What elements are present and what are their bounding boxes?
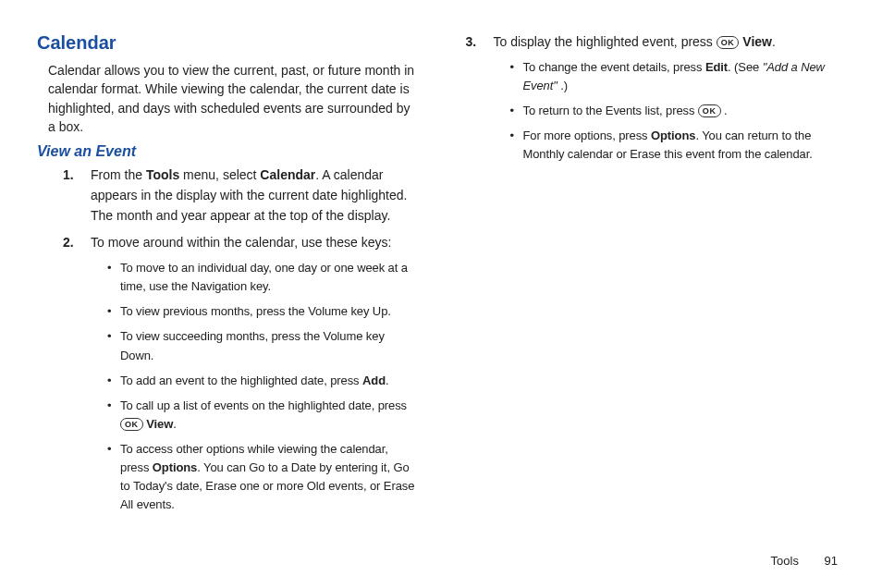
bullet-text: To call up a list of events on the highl…: [120, 398, 407, 412]
step-text: .: [772, 34, 776, 49]
intro-paragraph: Calendar allows you to view the current,…: [48, 61, 421, 136]
step-text: To move around within the calendar, use …: [91, 235, 391, 250]
ok-icon: OK: [717, 36, 740, 49]
step-1: 1. From the Tools menu, select Calendar.…: [63, 165, 421, 226]
subsection-heading: View an Event: [37, 143, 421, 160]
step-number: 3.: [466, 32, 477, 53]
left-column: Calendar Calendar allows you to view the…: [37, 32, 421, 522]
bullet-text: For more options, press: [523, 129, 652, 142]
page-footer: Tools 91: [771, 554, 838, 568]
bullet-text: To return to the Events list, press: [523, 104, 698, 117]
bullet-item: To add an event to the highlighted date,…: [107, 372, 421, 390]
step-number: 2.: [63, 233, 74, 253]
step-text: To display the highlighted event, press: [494, 34, 717, 49]
step-number: 1.: [63, 165, 74, 186]
ok-icon: OK: [120, 418, 143, 431]
page-number: 91: [825, 554, 838, 568]
page-columns: Calendar Calendar allows you to view the…: [37, 32, 845, 522]
bullet-item: To move to an individual day, one day or…: [107, 259, 421, 296]
bold-add: Add: [362, 374, 386, 387]
footer-section-label: Tools: [771, 554, 799, 568]
bullet-item: To view previous months, press the Volum…: [107, 302, 421, 321]
bold-options: Options: [651, 129, 695, 142]
bold-view: View: [146, 417, 173, 431]
step-text: From the: [91, 167, 146, 182]
bold-tools: Tools: [146, 167, 179, 182]
steps-list-continued: 3. To display the highlighted event, pre…: [462, 32, 846, 164]
bullet-text: .: [386, 374, 389, 387]
bullet-text: .: [721, 104, 728, 117]
bold-edit: Edit: [705, 60, 728, 74]
right-column: 3. To display the highlighted event, pre…: [462, 32, 846, 522]
section-heading: Calendar: [37, 32, 421, 54]
bullet-text: .: [173, 417, 177, 431]
bold-calendar: Calendar: [260, 167, 315, 182]
ok-icon: OK: [698, 104, 721, 117]
bullet-item: To call up a list of events on the highl…: [107, 397, 421, 434]
step-3: 3. To display the highlighted event, pre…: [466, 32, 846, 164]
bullet-item: To access other options while viewing th…: [107, 440, 421, 515]
step-2-bullets: To move to an individual day, one day or…: [91, 259, 421, 515]
step-text: menu, select: [179, 167, 260, 182]
bullet-item: For more options, press Options. You can…: [510, 127, 846, 164]
bold-view: View: [742, 34, 772, 49]
bullet-text: . (See: [728, 60, 763, 74]
bullet-item: To view succeeding months, press the Vol…: [107, 327, 421, 364]
step-3-bullets: To change the event details, press Edit.…: [494, 58, 846, 165]
bullet-text: To change the event details, press: [523, 60, 705, 74]
steps-list: 1. From the Tools menu, select Calendar.…: [37, 165, 421, 514]
bullet-item: To return to the Events list, press OK .: [510, 102, 846, 120]
bullet-text: .): [557, 79, 568, 92]
step-2: 2. To move around within the calendar, u…: [63, 233, 421, 514]
bold-options: Options: [153, 460, 197, 474]
bullet-text: To add an event to the highlighted date,…: [120, 374, 362, 387]
bullet-item: To change the event details, press Edit.…: [510, 58, 846, 95]
